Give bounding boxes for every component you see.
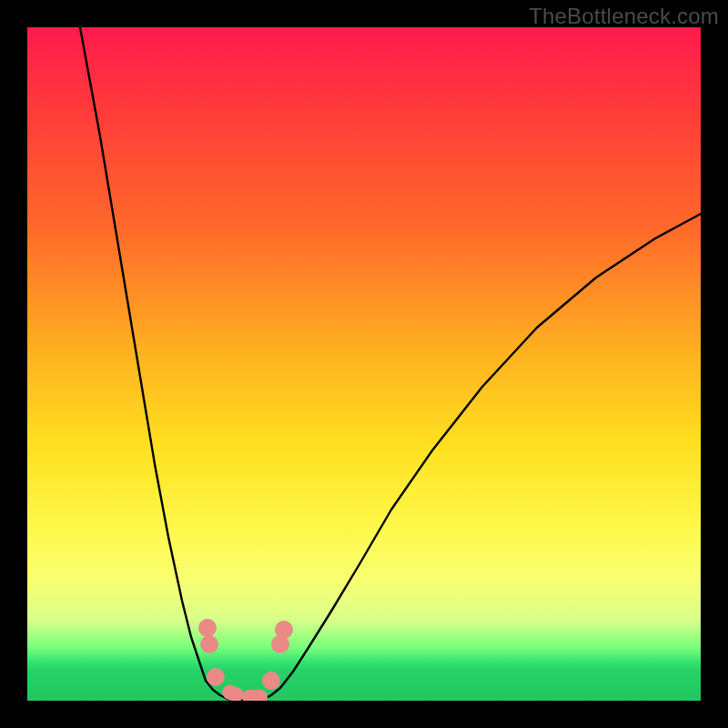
curve-overlay	[27, 27, 701, 701]
plot-area	[27, 27, 701, 701]
watermark-text: TheBottleneck.com	[529, 4, 719, 29]
svg-point-2	[207, 668, 225, 686]
svg-point-1	[200, 635, 218, 653]
chart-frame: TheBottleneck.com	[0, 0, 728, 728]
svg-point-0	[198, 619, 217, 637]
bottleneck-curve	[80, 27, 701, 700]
svg-point-7	[275, 621, 293, 639]
svg-rect-4	[242, 690, 268, 701]
svg-point-5	[262, 672, 280, 690]
